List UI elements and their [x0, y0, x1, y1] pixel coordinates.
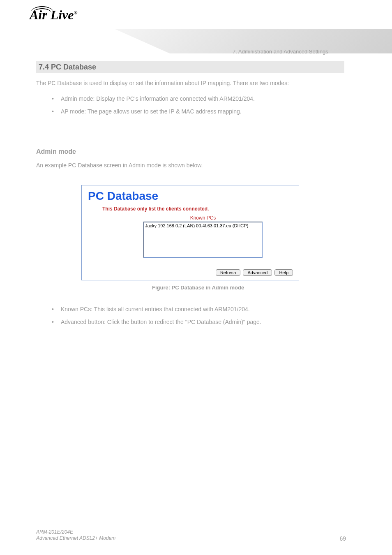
admin-mode-heading: Admin mode: [36, 147, 76, 157]
advanced-button[interactable]: Advanced: [243, 269, 272, 276]
figure-caption: Figure: PC Database in Admin mode: [152, 284, 244, 291]
known-pcs-label: Known PCs: [143, 215, 263, 221]
reg-mark: ®: [74, 10, 78, 16]
section-heading: 7.4 PC Database: [36, 61, 344, 73]
help-button[interactable]: Help: [274, 269, 293, 276]
list-item[interactable]: Jacky 192.168.0.2 (LAN) 00.4f.63.01.37.e…: [145, 223, 261, 228]
footer-model: ARM-201E/204E Advanced Ethernet ADSL2+ M…: [36, 529, 115, 542]
list-item: Known PCs: This lists all current entrie…: [61, 305, 344, 314]
admin-mode-text: An example PC Database screen in Admin m…: [36, 161, 344, 170]
chapter-title: 7. Administration and Advanced Settings: [233, 49, 328, 55]
pc-database-panel: PC Database This Database only list the …: [81, 185, 299, 280]
list-item: AP mode: The page allows user to set the…: [61, 107, 344, 116]
list-item: Admin mode: Display the PC's information…: [61, 95, 344, 103]
panel-subtitle: This Database only list the clients conn…: [102, 206, 293, 212]
footer-model-text: ARM-201E/204E: [36, 529, 73, 535]
logo-text: Air Live®: [30, 7, 78, 22]
footer-page-number: 69: [339, 535, 346, 542]
logo: Air Live®: [30, 7, 112, 36]
refresh-button[interactable]: Refresh: [216, 269, 241, 276]
panel-title: PC Database: [88, 190, 293, 203]
list-item: Advanced button: Click the button to red…: [61, 318, 344, 326]
bullets-after-list: Known PCs: This lists all current entrie…: [61, 305, 344, 326]
footer-desc-text: Advanced Ethernet ADSL2+ Modem: [36, 535, 115, 541]
intro-lead: The PC Database is used to display or se…: [36, 79, 344, 88]
intro-bullet-list: Admin mode: Display the PC's information…: [61, 95, 344, 116]
known-pcs-listbox[interactable]: Jacky 192.168.0.2 (LAN) 00.4f.63.01.37.e…: [143, 222, 263, 258]
button-row: Refresh Advanced Help: [216, 269, 293, 276]
